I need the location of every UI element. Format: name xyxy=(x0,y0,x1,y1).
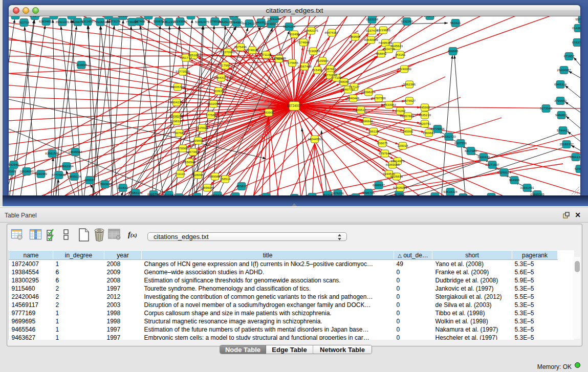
svg-text:7175655: 7175655 xyxy=(286,61,299,64)
svg-text:1902294: 1902294 xyxy=(260,195,273,195)
svg-text:5198327: 5198327 xyxy=(170,119,183,123)
svg-text:17693676: 17693676 xyxy=(98,182,112,186)
svg-text:51606071: 51606071 xyxy=(393,186,407,189)
svg-text:6797643: 6797643 xyxy=(379,151,391,155)
svg-text:6156545: 6156545 xyxy=(183,160,196,164)
svg-text:8087603: 8087603 xyxy=(324,67,337,71)
svg-text:67533963: 67533963 xyxy=(382,103,396,106)
svg-text:18724007: 18724007 xyxy=(287,104,302,107)
svg-text:047116: 047116 xyxy=(230,194,241,195)
svg-text:23662994: 23662994 xyxy=(59,164,74,168)
svg-text:5273545: 5273545 xyxy=(540,106,553,110)
svg-text:102499: 102499 xyxy=(289,32,300,36)
svg-text:83561595: 83561595 xyxy=(45,151,59,155)
svg-text:303654: 303654 xyxy=(76,63,87,67)
svg-text:90162720: 90162720 xyxy=(442,135,456,138)
svg-text:57773872: 57773872 xyxy=(52,173,66,177)
svg-text:95788568: 95788568 xyxy=(575,17,580,21)
svg-text:40244550: 40244550 xyxy=(308,137,322,141)
svg-text:858842: 858842 xyxy=(376,52,387,55)
svg-text:229014: 229014 xyxy=(398,144,408,147)
svg-text:62729806: 62729806 xyxy=(430,127,445,130)
svg-text:0576627: 0576627 xyxy=(403,99,416,102)
svg-text:17240050: 17240050 xyxy=(397,67,411,71)
svg-text:745961: 745961 xyxy=(420,105,430,109)
svg-text:40369003: 40369003 xyxy=(385,163,400,166)
svg-text:711116: 711116 xyxy=(175,172,185,176)
svg-text:9096705: 9096705 xyxy=(362,191,375,194)
svg-text:911718: 911718 xyxy=(19,20,30,24)
svg-text:07482175: 07482175 xyxy=(304,29,318,32)
svg-text:528098: 528098 xyxy=(193,173,204,177)
svg-text:836675: 836675 xyxy=(377,141,388,145)
svg-text:36899809: 36899809 xyxy=(208,174,222,178)
svg-text:052427: 052427 xyxy=(229,16,239,17)
svg-text:2102053: 2102053 xyxy=(207,102,220,105)
svg-text:2104709: 2104709 xyxy=(383,47,396,51)
svg-text:14846564: 14846564 xyxy=(68,150,82,154)
svg-text:7015430: 7015430 xyxy=(9,16,22,17)
svg-text:080132: 080132 xyxy=(118,16,128,17)
svg-text:72343098: 72343098 xyxy=(141,16,156,17)
svg-text:77190659: 77190659 xyxy=(306,49,320,53)
svg-text:26398214: 26398214 xyxy=(361,90,376,94)
svg-text:84124118: 84124118 xyxy=(242,21,256,25)
svg-text:9237474: 9237474 xyxy=(366,29,379,32)
svg-text:455812: 455812 xyxy=(236,184,247,188)
svg-text:48467737: 48467737 xyxy=(341,87,355,91)
svg-text:947775: 947775 xyxy=(192,195,203,195)
svg-text:22219693: 22219693 xyxy=(376,28,390,32)
svg-text:12567468: 12567468 xyxy=(297,64,312,68)
svg-text:84789611: 84789611 xyxy=(176,146,190,150)
svg-text:0529751: 0529751 xyxy=(419,122,431,125)
svg-text:38677496: 38677496 xyxy=(305,195,319,195)
svg-text:467065: 467065 xyxy=(394,192,405,195)
svg-text:320037: 320037 xyxy=(84,178,95,182)
svg-text:16998543: 16998543 xyxy=(184,16,198,17)
svg-text:0139904: 0139904 xyxy=(316,59,329,62)
svg-text:6945314: 6945314 xyxy=(554,82,567,86)
svg-text:7174648: 7174648 xyxy=(297,40,310,44)
svg-text:8895798: 8895798 xyxy=(147,192,160,195)
svg-text:870262: 870262 xyxy=(395,109,406,113)
svg-text:40640909: 40640909 xyxy=(364,38,378,41)
svg-text:685160: 685160 xyxy=(188,53,199,57)
svg-text:563421: 563421 xyxy=(450,21,461,25)
svg-text:296120: 296120 xyxy=(368,129,379,133)
svg-text:471138: 471138 xyxy=(261,53,272,56)
svg-text:9480831: 9480831 xyxy=(555,113,568,117)
svg-text:0143634: 0143634 xyxy=(572,26,580,30)
svg-text:473178: 473178 xyxy=(110,19,121,23)
svg-text:7115921: 7115921 xyxy=(196,126,208,129)
svg-text:8657809: 8657809 xyxy=(402,114,415,118)
svg-text:5744431: 5744431 xyxy=(557,128,570,132)
svg-text:201632: 201632 xyxy=(118,186,128,189)
svg-text:68011280: 68011280 xyxy=(267,17,281,20)
svg-text:9826204: 9826204 xyxy=(283,25,296,28)
svg-text:51656049: 51656049 xyxy=(200,186,214,189)
svg-text:5876036: 5876036 xyxy=(332,191,344,195)
svg-text:50240268: 50240268 xyxy=(169,114,184,118)
svg-text:15614978: 15614978 xyxy=(390,159,405,163)
svg-text:7007661: 7007661 xyxy=(173,131,186,135)
svg-text:2145623: 2145623 xyxy=(390,44,403,48)
svg-text:50643171: 50643171 xyxy=(214,76,228,79)
svg-text:545991: 545991 xyxy=(403,129,413,133)
svg-text:2904228: 2904228 xyxy=(170,100,183,104)
svg-text:9232260: 9232260 xyxy=(401,19,413,23)
svg-text:93618324: 93618324 xyxy=(443,190,458,193)
svg-text:2784980: 2784980 xyxy=(230,20,243,24)
svg-text:671657: 671657 xyxy=(564,54,575,58)
svg-text:183933: 183933 xyxy=(213,89,224,93)
svg-text:343161: 343161 xyxy=(395,53,406,56)
svg-text:53773515: 53773515 xyxy=(176,70,190,73)
svg-text:83673657: 83673657 xyxy=(186,150,200,154)
svg-text:26284987: 26284987 xyxy=(557,68,571,72)
svg-text:46474367: 46474367 xyxy=(324,31,339,34)
svg-text:458685: 458685 xyxy=(448,49,459,53)
svg-text:499856: 499856 xyxy=(193,139,204,142)
svg-text:16934060: 16934060 xyxy=(19,169,34,173)
svg-text:48740164: 48740164 xyxy=(264,22,278,26)
svg-text:39005329: 39005329 xyxy=(170,85,185,89)
svg-text:31746120: 31746120 xyxy=(245,48,259,52)
